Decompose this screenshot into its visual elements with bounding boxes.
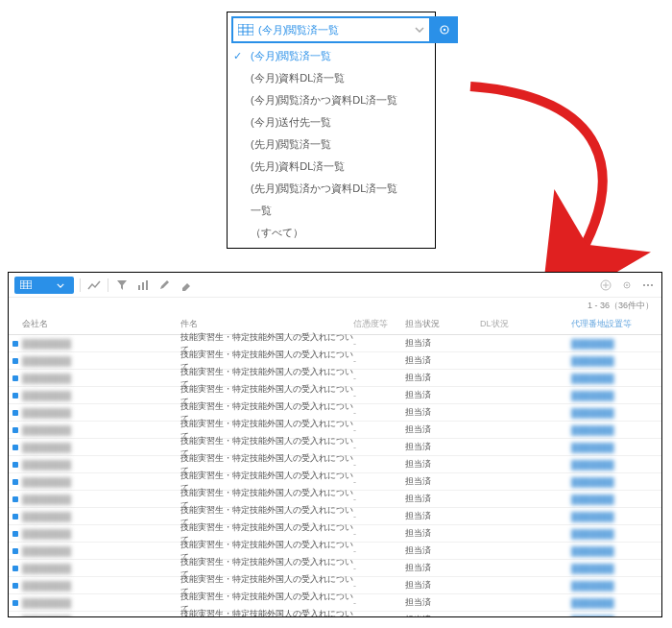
svg-point-19 — [626, 284, 628, 286]
row-bullet — [9, 445, 22, 450]
pencil-icon[interactable] — [156, 278, 172, 293]
svg-rect-14 — [146, 280, 148, 290]
row-bullet — [9, 479, 22, 485]
cell-phone: ███████ — [571, 425, 658, 435]
filter-icon[interactable] — [114, 278, 130, 293]
chevron-down-icon — [57, 280, 68, 290]
chart-line-icon[interactable] — [86, 278, 102, 293]
row-bullet — [9, 341, 22, 347]
cell-rank: - — [353, 477, 405, 487]
cell-status: 担当済 — [405, 579, 480, 592]
col-header-dl[interactable]: DL状況 — [480, 318, 571, 330]
cell-item: 技能実習生・特定技能外国人の受入れについて — [180, 608, 353, 617]
cell-rank: - — [353, 564, 405, 573]
dropdown-option[interactable]: (先月)資料DL済一覧 — [231, 156, 431, 178]
separator — [80, 278, 81, 292]
dropdown-option[interactable]: (今月)資料DL済一覧 — [231, 67, 431, 89]
row-bullet — [9, 548, 22, 554]
cell-company: ████████ — [22, 460, 180, 470]
cell-rank: - — [353, 616, 405, 617]
cell-company: ████████ — [22, 443, 180, 452]
col-header-rank[interactable]: 信憑度等 — [353, 318, 405, 330]
row-bullet — [9, 427, 22, 433]
cell-rank: - — [353, 374, 405, 383]
col-header-phone[interactable]: 代理番地設置等 — [571, 318, 658, 330]
data-table: 会社名 件名 信憑度等 担当状況 DL状況 代理番地設置等 ████████技能… — [9, 314, 661, 616]
cell-company: ████████ — [22, 616, 180, 617]
cell-status: 担当済 — [405, 493, 480, 505]
plus-icon[interactable] — [598, 278, 613, 293]
row-bullet — [9, 496, 22, 502]
row-bullet — [9, 514, 22, 519]
svg-point-6 — [444, 29, 445, 31]
col-header-status[interactable]: 担当状況 — [405, 318, 480, 330]
cell-company: ████████ — [22, 408, 180, 418]
svg-rect-13 — [142, 282, 144, 290]
cell-company: ████████ — [22, 598, 180, 608]
cell-phone: ███████ — [571, 546, 658, 556]
cell-status: 担当済 — [405, 441, 480, 453]
cell-company: ████████ — [22, 564, 180, 573]
row-bullet — [9, 375, 22, 381]
check-icon: ✓ — [233, 50, 251, 62]
row-bullet — [9, 531, 22, 537]
cell-rank: - — [353, 495, 405, 504]
dropdown-option-label: (今月)閲覧済かつ資料DL済一覧 — [251, 93, 397, 108]
row-bullet — [9, 583, 22, 589]
dropdown-option[interactable]: (今月)送付先一覧 — [231, 111, 431, 133]
col-header-company[interactable]: 会社名 — [22, 318, 180, 330]
dropdown-option-label: (先月)閲覧済一覧 — [251, 137, 331, 152]
chevron-down-icon — [410, 27, 429, 33]
cell-status: 担当済 — [405, 458, 480, 471]
cell-phone: ███████ — [571, 477, 658, 487]
bar-chart-icon[interactable] — [135, 278, 151, 293]
dropdown-option[interactable]: (先月)閲覧済一覧 — [231, 133, 431, 156]
col-header-item[interactable]: 件名 — [180, 318, 353, 330]
cell-company: ████████ — [22, 477, 180, 487]
cell-company: ████████ — [22, 581, 180, 591]
cell-phone: ███████ — [571, 495, 658, 504]
cell-status: 担当済 — [405, 562, 480, 574]
cell-rank: - — [353, 546, 405, 556]
dropdown-option[interactable]: (今月)閲覧済かつ資料DL済一覧 — [231, 89, 431, 111]
dropdown-option[interactable]: 一覧 — [231, 200, 431, 222]
cell-rank: - — [353, 598, 405, 608]
dropdown-option[interactable]: (先月)閲覧済かつ資料DL済一覧 — [231, 178, 431, 200]
cell-status: 担当済 — [405, 614, 480, 616]
cell-status: 担当済 — [405, 389, 480, 401]
cell-rank: - — [353, 356, 405, 366]
view-selector[interactable]: (今月)閲覧済一覧 — [231, 16, 431, 43]
cell-phone: ███████ — [571, 374, 658, 383]
dropdown-option-label: (今月)資料DL済一覧 — [251, 71, 345, 85]
cell-company: ████████ — [22, 425, 180, 435]
cell-status: 担当済 — [405, 406, 480, 419]
dropdown-option-label: (今月)閲覧済一覧 — [251, 49, 331, 63]
svg-point-20 — [643, 284, 645, 286]
cell-company: ████████ — [22, 374, 180, 383]
cell-phone: ███████ — [571, 564, 658, 573]
dropdown-option-label: (先月)資料DL済一覧 — [251, 159, 345, 174]
dropdown-option[interactable]: ✓(今月)閲覧済一覧 — [231, 45, 431, 67]
view-selector-compact[interactable] — [14, 277, 74, 294]
row-bullet — [9, 462, 22, 468]
cell-company: ████████ — [22, 495, 180, 504]
more-icon[interactable] — [640, 278, 656, 293]
settings-icon-button[interactable] — [431, 16, 458, 43]
cell-phone: ███████ — [571, 529, 658, 539]
view-dropdown-list: ✓(今月)閲覧済一覧(今月)資料DL済一覧(今月)閲覧済かつ資料DL済一覧(今月… — [231, 45, 431, 244]
cell-phone: ███████ — [571, 598, 658, 608]
row-bullet — [9, 566, 22, 571]
cell-phone: ███████ — [571, 356, 658, 366]
gear-icon[interactable] — [619, 278, 635, 293]
cell-phone: ███████ — [571, 616, 658, 617]
cell-company: ████████ — [22, 512, 180, 521]
cell-rank: - — [353, 425, 405, 435]
record-count: 1 - 36（36件中） — [9, 298, 661, 314]
eraser-icon[interactable] — [178, 278, 193, 293]
toolbar — [9, 273, 661, 298]
table-row[interactable]: ████████技能実習生・特定技能外国人の受入れについて-担当済███████ — [9, 612, 661, 616]
dropdown-option-label: 一覧 — [251, 204, 272, 218]
cell-status: 担当済 — [405, 354, 480, 367]
cell-phone: ███████ — [571, 443, 658, 452]
dropdown-option[interactable]: （すべて） — [231, 222, 431, 244]
